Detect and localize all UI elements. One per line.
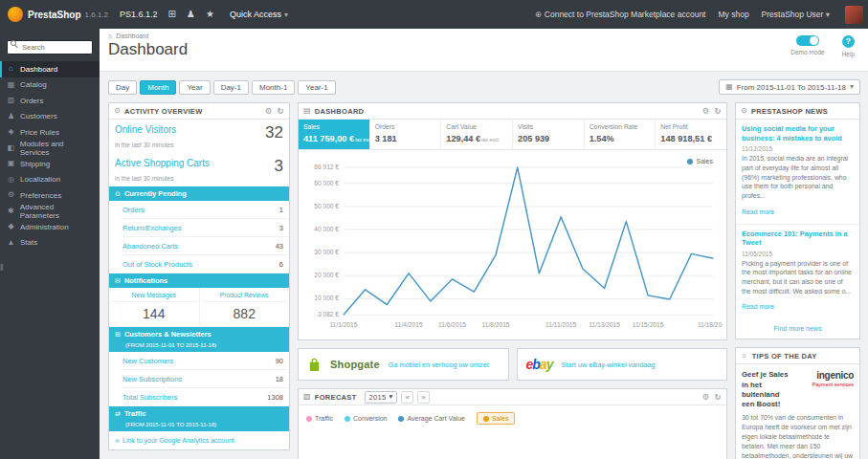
ingenico-logo: ingenico Payment services (800, 370, 854, 409)
pending-link[interactable]: Return/Exchanges (122, 224, 182, 232)
previous-year-button[interactable] (401, 391, 413, 404)
new-messages-label[interactable]: New Messages (111, 292, 197, 302)
kpi-visits[interactable]: Visits205 939 (513, 120, 585, 149)
sidebar-item-price-rules[interactable]: Price Rules (0, 124, 100, 141)
administration-icon (7, 223, 15, 230)
sidebar-item-stats[interactable]: Stats (0, 235, 100, 251)
legend-item-average-cart-value[interactable]: Average Cart Value (398, 415, 464, 422)
gear-icon[interactable] (702, 393, 710, 402)
kpi-orders[interactable]: Orders3 181 (370, 120, 442, 149)
sidebar-item-customers[interactable]: Customers (0, 109, 100, 125)
pending-link[interactable]: Abandoned Carts (122, 242, 178, 251)
customers-link[interactable]: New Subscriptions (122, 375, 182, 383)
legend-item-sales[interactable]: Sales (477, 412, 516, 425)
cart-icon[interactable] (168, 10, 176, 19)
sidebar-item-administration[interactable]: Administration (0, 219, 100, 235)
google-analytics-link[interactable]: Link to your Google Analytics account (109, 431, 289, 449)
trophy-icon[interactable] (206, 10, 214, 19)
quick-access-menu[interactable]: Quick Access (230, 10, 288, 19)
ebay-ad: ebay Start uw eBay-winkel vandaag (517, 348, 728, 381)
read-more-link[interactable]: Read more (742, 303, 774, 310)
customers-link[interactable]: New Customers (122, 357, 173, 365)
pending-value: 6 (279, 260, 283, 269)
range-button-day-1[interactable]: Day-1 (213, 80, 249, 95)
date-range-picker[interactable]: From 2015-11-01 To 2015-11-18 (719, 79, 860, 95)
forecast-chart-area (299, 431, 726, 459)
sidebar-item-preferences[interactable]: Preferences (0, 187, 100, 204)
kpi-conversion-rate[interactable]: Conversion Rate1.54% (585, 120, 657, 149)
gear-icon[interactable] (702, 107, 710, 116)
sidebar-item-advanced-parameters[interactable]: Advanced Parameters (0, 204, 100, 220)
sidebar-item-catalog[interactable]: Catalog (0, 77, 100, 94)
svg-text:11/8/2015: 11/8/2015 (482, 321, 510, 328)
sidebar-item-label: Catalog (20, 80, 47, 89)
svg-text:11/13/2015: 11/13/2015 (589, 321, 620, 328)
toggle-switch[interactable] (796, 35, 819, 46)
tips-headline: Geef je Sales in het buitenland een Boos… (742, 370, 794, 409)
year-select[interactable]: 2015 (365, 391, 398, 404)
ebay-link[interactable]: Start uw eBay-winkel vandaag (561, 361, 655, 369)
find-more-news-link[interactable]: Find more news (736, 318, 859, 339)
kpi-cart-value[interactable]: Cart Value129,44 €tax excl. (441, 120, 513, 149)
svg-text:30 000 €: 30 000 € (314, 249, 339, 255)
pending-row-abandoned-carts: Abandoned Carts43 (122, 237, 289, 255)
news-article-title[interactable]: Using social media for your business: 4 … (742, 124, 854, 142)
gear-icon[interactable] (265, 107, 273, 116)
connect-marketplace-link[interactable]: Connect to PrestaShop Marketplace accoun… (535, 10, 706, 19)
customers-link[interactable]: Total Subscribers (122, 393, 178, 402)
sidebar: Dashboard Catalog Orders Customers Price… (0, 29, 100, 459)
pending-link[interactable]: Orders (122, 206, 145, 214)
next-year-button[interactable] (417, 391, 430, 404)
shopgate-link[interactable]: Ga mobiel en verhoog uw omzet (389, 361, 489, 369)
refresh-icon[interactable] (715, 393, 722, 402)
refresh-icon[interactable] (278, 107, 284, 116)
range-button-year[interactable]: Year (179, 80, 210, 95)
svg-text:11/1/2015: 11/1/2015 (329, 321, 357, 328)
range-button-month[interactable]: Month (140, 80, 176, 95)
page-header: Dashboard Dashboard Demo mode Help (100, 29, 868, 72)
legend-item-traffic[interactable]: Traffic (306, 415, 333, 422)
legend-item-conversion[interactable]: Conversion (345, 415, 387, 422)
person-icon[interactable] (187, 10, 195, 19)
user-menu[interactable]: PrestaShop User (762, 10, 833, 19)
left-column: ACTIVITY OVERVIEW Online Visitors 32 in … (108, 102, 290, 458)
help-button[interactable]: Help (842, 35, 855, 57)
sidebar-item-orders[interactable]: Orders (0, 93, 100, 109)
shop-name[interactable]: PS1.6.1.2 (120, 10, 158, 19)
demo-mode-toggle[interactable]: Demo mode (790, 35, 824, 55)
online-visitors-label[interactable]: Online Visitors (115, 124, 176, 135)
chevron-down-icon (850, 83, 854, 91)
pending-value: 3 (279, 224, 283, 232)
news-article-title[interactable]: Ecommerce 101: Payments in a Tweet (742, 230, 854, 248)
forecast-panel-title: FORECAST (315, 393, 357, 402)
sidebar-collapse-icon[interactable] (0, 264, 4, 273)
range-button-month-1[interactable]: Month-1 (252, 80, 295, 95)
sidebar-item-modules[interactable]: Modules and Services (0, 141, 100, 157)
new-messages-cell[interactable]: New Messages 144 (109, 288, 199, 326)
catalog-icon (7, 81, 15, 89)
clock-icon (114, 107, 121, 115)
sidebar-item-dashboard[interactable]: Dashboard (0, 61, 100, 77)
sidebar-item-localization[interactable]: Localization (0, 172, 100, 188)
sidebar-item-shipping[interactable]: Shipping (0, 156, 100, 172)
user-avatar[interactable] (845, 6, 863, 24)
search-input[interactable] (7, 40, 93, 55)
product-reviews-label[interactable]: Product Reviews (202, 292, 288, 302)
envelope-icon (115, 277, 121, 284)
breadcrumb[interactable]: Dashboard (108, 33, 857, 39)
sidebar-item-label: Stats (20, 238, 37, 247)
kpi-sales[interactable]: Sales411 759,00 €tax excl. (299, 120, 370, 149)
tips-panel-title: TIPS OF THE DAY (752, 352, 817, 361)
kpi-net-profit[interactable]: Net Profit148 918,51 € (656, 120, 726, 149)
active-carts-label[interactable]: Active Shopping Carts (115, 158, 210, 168)
dashboard-icon (303, 107, 311, 115)
read-more-link[interactable]: Read more (742, 208, 774, 215)
home-icon (7, 65, 15, 73)
refresh-icon[interactable] (715, 107, 722, 116)
sidebar-item-label: Localization (20, 175, 60, 184)
range-button-year-1[interactable]: Year-1 (298, 80, 335, 95)
my-shop-link[interactable]: My shop (718, 10, 748, 19)
product-reviews-cell[interactable]: Product Reviews 882 (199, 288, 290, 326)
pending-link[interactable]: Out of Stock Products (122, 260, 192, 269)
range-button-day[interactable]: Day (108, 80, 137, 95)
